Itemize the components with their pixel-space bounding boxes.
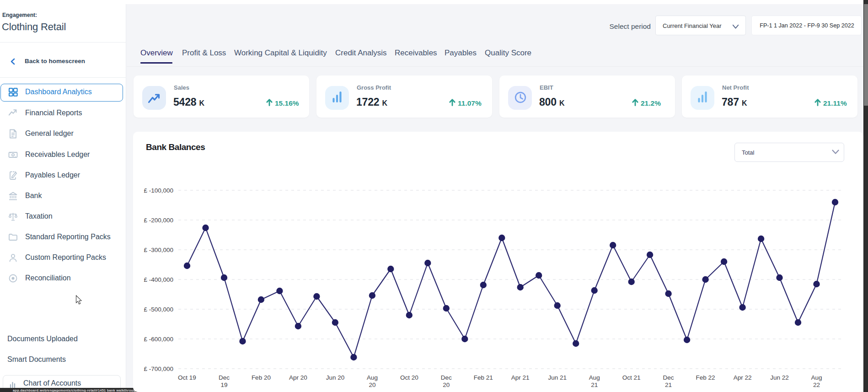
svg-text:Apr 21: Apr 21 bbox=[511, 374, 530, 381]
svg-text:£ -400,000: £ -400,000 bbox=[144, 276, 173, 283]
svg-text:£ -700,000: £ -700,000 bbox=[144, 365, 173, 372]
svg-text:Feb 20: Feb 20 bbox=[252, 374, 271, 381]
svg-text:21: 21 bbox=[665, 381, 672, 388]
svg-text:21: 21 bbox=[591, 381, 598, 388]
svg-text:Aug: Aug bbox=[589, 374, 600, 381]
svg-text:Oct 20: Oct 20 bbox=[400, 374, 418, 381]
svg-text:19: 19 bbox=[220, 381, 227, 388]
svg-text:Oct 21: Oct 21 bbox=[622, 374, 641, 381]
svg-text:20: 20 bbox=[369, 381, 375, 388]
svg-text:20: 20 bbox=[443, 381, 450, 388]
svg-text:£ -100,000: £ -100,000 bbox=[144, 187, 173, 194]
svg-text:Oct 19: Oct 19 bbox=[178, 374, 196, 381]
svg-text:Aug: Aug bbox=[367, 374, 378, 381]
svg-text:22: 22 bbox=[813, 381, 820, 388]
svg-text:Jun 20: Jun 20 bbox=[326, 374, 345, 381]
svg-text:£ -600,000: £ -600,000 bbox=[144, 336, 173, 343]
svg-text:Dec: Dec bbox=[663, 374, 674, 381]
svg-text:Apr 20: Apr 20 bbox=[289, 374, 307, 381]
svg-text:Feb 22: Feb 22 bbox=[696, 374, 715, 381]
svg-text:Feb 21: Feb 21 bbox=[474, 374, 493, 381]
svg-text:Aug: Aug bbox=[811, 374, 822, 381]
svg-text:£ -500,000: £ -500,000 bbox=[144, 306, 173, 313]
svg-text:Dec: Dec bbox=[441, 374, 452, 381]
svg-text:Jun 22: Jun 22 bbox=[770, 374, 789, 381]
svg-text:Dec: Dec bbox=[219, 374, 230, 381]
svg-text:Apr 22: Apr 22 bbox=[734, 374, 752, 381]
svg-text:£ -200,000: £ -200,000 bbox=[144, 217, 173, 224]
svg-text:Jun 21: Jun 21 bbox=[548, 374, 567, 381]
svg-text:£ -300,000: £ -300,000 bbox=[144, 247, 173, 253]
